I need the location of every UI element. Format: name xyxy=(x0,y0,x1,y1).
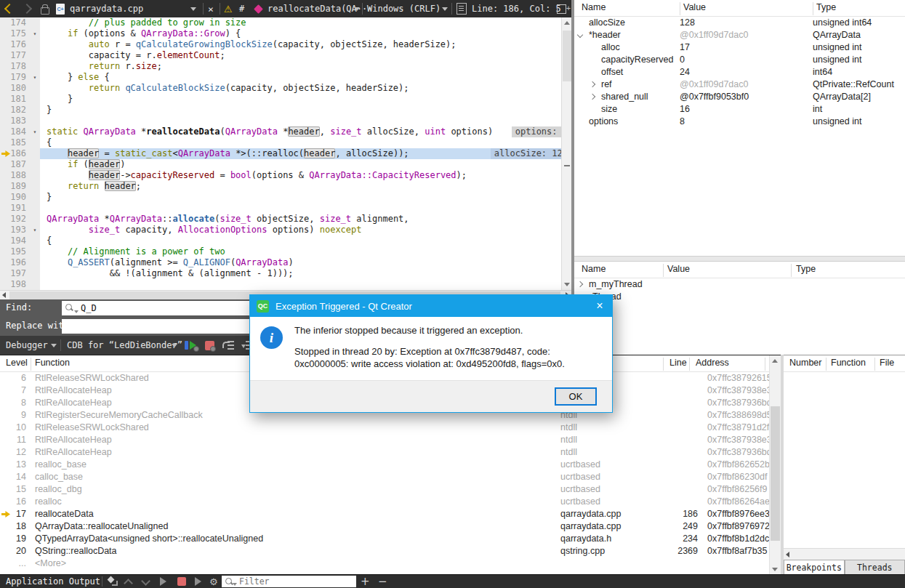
code-line[interactable]: 195 // Alignment is a power of two xyxy=(0,246,571,257)
stack-row[interactable]: 17reallocateDataqarraydata.cpp1860x7ffbf… xyxy=(0,508,781,520)
split-editor-button[interactable] xyxy=(557,0,566,17)
scroll-left-arrow[interactable] xyxy=(786,552,789,557)
perspective-dropdown[interactable]: Debugger xyxy=(6,336,48,355)
encoding-dropdown[interactable]: Windows (CRLF) xyxy=(367,0,441,17)
engine-caret[interactable] xyxy=(172,336,177,355)
ok-button[interactable]: OK xyxy=(555,387,597,406)
hash-symbol[interactable]: # xyxy=(239,0,244,17)
code-line[interactable]: 192QArrayData *QArrayData::allocate(size… xyxy=(0,214,571,225)
locals-row[interactable]: *header@0x1ff09d7dac0QArrayData xyxy=(574,29,905,41)
back-button[interactable] xyxy=(6,0,13,17)
scrollbar-thumb[interactable] xyxy=(771,406,780,541)
code-line[interactable]: 196 Q_ASSERT(alignment >= Q_ALIGNOF(QArr… xyxy=(0,257,571,268)
scroll-down-arrow[interactable] xyxy=(564,283,570,286)
right-panel-splitter[interactable] xyxy=(574,256,905,262)
run-button[interactable] xyxy=(195,575,201,588)
col-level[interactable]: Level xyxy=(6,358,28,368)
code-line[interactable]: 188 header->capacityReserved = bool(opti… xyxy=(0,170,571,181)
clear-output-button[interactable] xyxy=(108,575,118,588)
rerun-button[interactable] xyxy=(160,575,166,588)
stack-row[interactable]: ...<More> xyxy=(0,557,781,570)
next-item-button[interactable] xyxy=(142,575,149,588)
forward-button[interactable] xyxy=(23,0,31,17)
engine-dropdown[interactable]: CDB for “LedDieBonder” xyxy=(67,336,182,355)
code-line[interactable]: 179▾ } else { xyxy=(0,72,571,83)
document-dropdown[interactable] xyxy=(190,0,196,17)
fold-marker[interactable]: ▾ xyxy=(30,72,40,83)
code-line[interactable]: 197 && !(alignment & (alignment - 1))); xyxy=(0,268,571,279)
continue-button[interactable] xyxy=(185,336,198,355)
application-output-button[interactable]: Application Output xyxy=(6,575,100,588)
perspective-caret[interactable] xyxy=(51,336,57,355)
zoom-in-button[interactable]: + xyxy=(361,575,370,588)
code-line[interactable]: 189 return header; xyxy=(0,181,571,192)
col-number[interactable]: Number xyxy=(789,358,821,368)
locals-header[interactable]: Name Value Type xyxy=(574,0,905,17)
fold-marker[interactable]: ▾ xyxy=(30,28,40,39)
lock-button[interactable] xyxy=(41,0,49,17)
col-file[interactable]: File xyxy=(880,358,894,368)
line-ending-icon[interactable] xyxy=(456,0,467,17)
dialog-close-button[interactable]: × xyxy=(587,295,612,317)
stack-row[interactable]: 16reallocucrtbased0x7ffbf86264ae xyxy=(0,496,781,508)
prev-item-button[interactable] xyxy=(125,575,132,588)
stack-row[interactable]: 14calloc_baseucrtbased0x7ffbf86230df xyxy=(0,471,781,483)
close-document-button[interactable]: × xyxy=(208,0,214,17)
code-line[interactable]: 194{ xyxy=(0,235,571,246)
code-line[interactable]: 174 // plus padded to grow in size xyxy=(0,17,571,28)
scrollbar-thumb[interactable] xyxy=(563,31,571,81)
code-line[interactable]: 187 if (header) xyxy=(0,159,571,170)
locals-row[interactable]: alloc17unsigned int xyxy=(574,41,905,54)
stack-row[interactable]: 18QArrayData::reallocateUnalignedqarrayd… xyxy=(0,520,781,533)
stop-debugger-button[interactable] xyxy=(205,336,214,355)
stack-row[interactable]: 19QTypedArrayData<unsigned short>::reall… xyxy=(0,533,781,545)
stop-run-button[interactable] xyxy=(177,575,186,588)
code-line[interactable]: 186 header = static_cast<QArrayData *>(:… xyxy=(0,148,571,159)
warning-icon[interactable]: ⚠ xyxy=(224,0,233,17)
watch-row[interactable]: Thread xyxy=(574,291,905,303)
code-line[interactable]: 190} xyxy=(0,192,571,203)
dialog-titlebar[interactable]: QC Exception Triggered - Qt Creator × xyxy=(250,295,612,317)
locals-row[interactable]: shared_null@0x7ffbf9053bf0QArrayData[2] xyxy=(574,91,905,103)
breakpoints-header[interactable]: Number Function File xyxy=(784,355,905,372)
col-type[interactable]: Type xyxy=(796,264,816,274)
scroll-up-arrow[interactable] xyxy=(564,21,570,25)
col-line[interactable]: Line xyxy=(669,358,687,368)
stack-row[interactable]: 20QString::reallocDataqstring.cpp23690x7… xyxy=(0,545,781,557)
locals-row[interactable]: capacityReserved0unsigned int xyxy=(574,54,905,66)
locals-row[interactable]: size16int xyxy=(574,103,905,116)
locals-row[interactable]: offset24int64 xyxy=(574,66,905,78)
scroll-down-arrow[interactable] xyxy=(772,568,778,571)
code-line[interactable]: 183 xyxy=(0,116,571,126)
code-line[interactable]: 193▾ size_t capacity, AllocationOptions … xyxy=(0,225,571,235)
scroll-up-arrow[interactable] xyxy=(772,359,778,363)
code-line[interactable]: 184▾static QArrayData *reallocateData(QA… xyxy=(0,126,571,137)
chevron-collapsed-icon[interactable] xyxy=(577,281,583,287)
col-name[interactable]: Name xyxy=(582,264,606,274)
code-line[interactable]: 185{ xyxy=(0,137,571,148)
filter-input[interactable] xyxy=(222,576,356,587)
scroll-left-arrow[interactable] xyxy=(2,292,6,298)
fold-marker[interactable]: ▾ xyxy=(30,225,40,235)
col-name[interactable]: Name xyxy=(582,2,606,12)
output-settings-button[interactable]: ⚙ xyxy=(209,575,218,588)
fold-marker[interactable]: ▾ xyxy=(30,126,40,137)
editor-vertical-scrollbar[interactable] xyxy=(561,17,572,290)
stack-row[interactable]: 15realloc_dbgucrtbased0x7ffbf86256f9 xyxy=(0,483,781,496)
col-function[interactable]: Function xyxy=(831,358,866,368)
code-line[interactable]: 182} xyxy=(0,105,571,116)
code-line[interactable]: 177 capacity = r.elementCount; xyxy=(0,50,571,61)
chevron-collapsed-icon[interactable] xyxy=(590,81,595,87)
stack-row[interactable]: 13realloc_baseucrtbased0x7ffbf862652b xyxy=(0,459,781,471)
tab-threads[interactable]: Threads xyxy=(845,560,905,575)
code-line[interactable]: 175▾ if (options & QArrayData::Grow) { xyxy=(0,28,571,39)
col-type[interactable]: Type xyxy=(816,2,836,12)
stack-row[interactable]: 12RtlReAllocateHeapntdll0x7ffc387936bd xyxy=(0,446,781,459)
encoding-dropdown-caret[interactable] xyxy=(442,0,448,17)
watch-header[interactable]: Name Value Type xyxy=(574,262,905,278)
code-editor[interactable]: 174 // plus padded to grow in size175▾ i… xyxy=(0,17,571,290)
col-value[interactable]: Value xyxy=(667,264,690,274)
stack-row[interactable]: 11RtlReAllocateHeapntdll0x7ffc387938e3 xyxy=(0,434,781,446)
col-value[interactable]: Value xyxy=(683,2,706,12)
code-line[interactable]: 198 xyxy=(0,279,571,290)
